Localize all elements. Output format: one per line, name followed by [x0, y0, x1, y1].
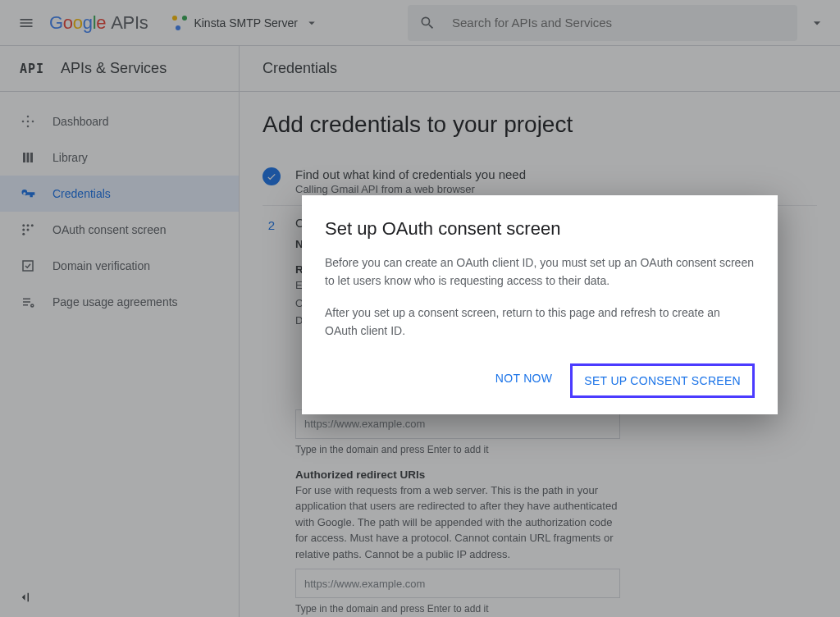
dialog-paragraph-2: After you set up a consent screen, retur… [325, 304, 755, 340]
setup-consent-button[interactable]: SET UP CONSENT SCREEN [570, 363, 755, 398]
dialog-paragraph-1: Before you can create an OAuth client ID… [325, 254, 755, 290]
dialog-title: Set up OAuth consent screen [325, 218, 755, 240]
oauth-consent-dialog: Set up OAuth consent screen Before you c… [302, 195, 778, 414]
not-now-button[interactable]: NOT NOW [484, 363, 564, 398]
